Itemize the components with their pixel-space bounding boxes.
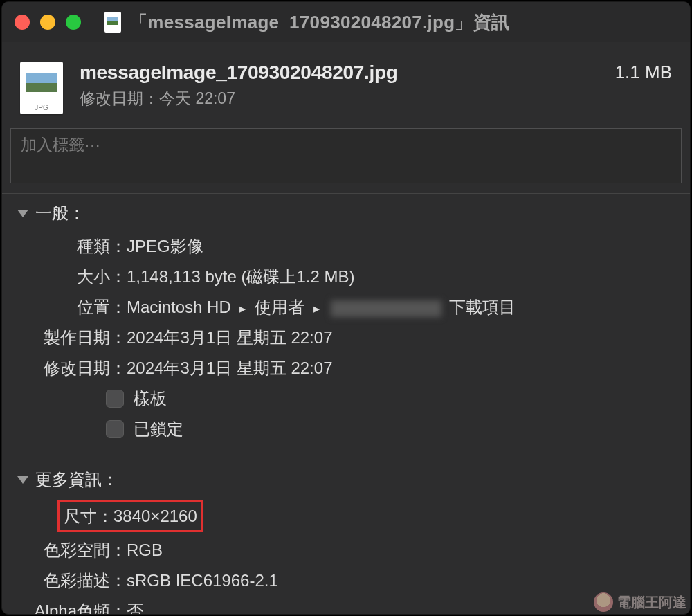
colorprofile-value: sRGB IEC61966-2.1 bbox=[127, 568, 278, 593]
file-thumbnail-icon: JPG bbox=[20, 62, 63, 114]
chevron-down-icon bbox=[17, 476, 28, 484]
tags-field[interactable] bbox=[10, 128, 682, 183]
titlebar: 「messageImage_1709302048207.jpg」資訊 bbox=[2, 2, 690, 42]
modified-label: 修改日期： bbox=[2, 356, 127, 381]
redacted-path-segment bbox=[331, 300, 441, 317]
created-value: 2024年3月1日 星期五 22:07 bbox=[127, 325, 332, 350]
watermark-icon bbox=[594, 592, 613, 612]
watermark: 電腦王阿達 bbox=[594, 592, 686, 612]
modified-summary: 修改日期：今天 22:07 bbox=[80, 88, 599, 109]
file-header: JPG messageImage_1709302048207.jpg 修改日期：… bbox=[2, 42, 690, 121]
file-badge: JPG bbox=[20, 104, 63, 111]
zoom-button[interactable] bbox=[66, 15, 81, 30]
template-label: 樣板 bbox=[134, 388, 167, 410]
alpha-label: Alpha色頻： bbox=[2, 599, 127, 615]
file-size: 1.1 MB bbox=[615, 62, 672, 83]
created-label: 製作日期： bbox=[2, 325, 127, 350]
alpha-value: 否 bbox=[127, 599, 143, 615]
colorspace-label: 色彩空間： bbox=[2, 538, 127, 563]
filename: messageImage_1709302048207.jpg bbox=[80, 62, 599, 84]
kind-label: 種類： bbox=[2, 234, 127, 259]
where-label: 位置： bbox=[2, 295, 127, 320]
watermark-text: 電腦王阿達 bbox=[617, 593, 686, 612]
window-title: 「messageImage_1709302048207.jpg」資訊 bbox=[129, 10, 509, 35]
tags-input[interactable] bbox=[21, 136, 671, 154]
size-label: 大小： bbox=[2, 264, 127, 289]
size-value: 1,148,113 byte (磁碟上1.2 MB) bbox=[127, 264, 354, 289]
dimensions-highlight: 尺寸：3840×2160 bbox=[57, 500, 203, 532]
section-general-header[interactable]: 一般： bbox=[2, 202, 690, 224]
section-general: 一般： 種類： JPEG影像 大小： 1,148,113 byte (磁碟上1.… bbox=[2, 193, 690, 450]
locked-checkbox[interactable] bbox=[106, 420, 124, 438]
chevron-down-icon bbox=[17, 210, 28, 217]
titlebar-file-icon bbox=[104, 12, 121, 33]
template-checkbox[interactable] bbox=[106, 390, 124, 408]
section-more-info: 更多資訊： 尺寸：3840×2160 色彩空間： RGB 色彩描述： sRGB … bbox=[2, 460, 690, 615]
dimensions-value: 3840×2160 bbox=[113, 507, 197, 525]
kind-value: JPEG影像 bbox=[127, 234, 203, 259]
close-button[interactable] bbox=[15, 15, 30, 30]
traffic-lights bbox=[15, 15, 81, 30]
modified-value: 2024年3月1日 星期五 22:07 bbox=[127, 356, 332, 381]
path-separator-icon: ▸ bbox=[313, 302, 320, 316]
minimize-button[interactable] bbox=[40, 15, 55, 30]
section-more-info-header[interactable]: 更多資訊： bbox=[2, 469, 690, 491]
colorspace-value: RGB bbox=[127, 538, 163, 563]
colorprofile-label: 色彩描述： bbox=[2, 568, 127, 593]
info-window: 「messageImage_1709302048207.jpg」資訊 JPG m… bbox=[1, 1, 691, 615]
section-more-info-title: 更多資訊： bbox=[35, 469, 118, 491]
section-general-title: 一般： bbox=[35, 202, 85, 224]
where-value: Macintosh HD ▸ 使用者 ▸ 下載項目 bbox=[127, 295, 516, 320]
dimensions-label: 尺寸： bbox=[64, 507, 113, 525]
path-separator-icon: ▸ bbox=[239, 302, 246, 316]
locked-label: 已鎖定 bbox=[134, 418, 183, 440]
